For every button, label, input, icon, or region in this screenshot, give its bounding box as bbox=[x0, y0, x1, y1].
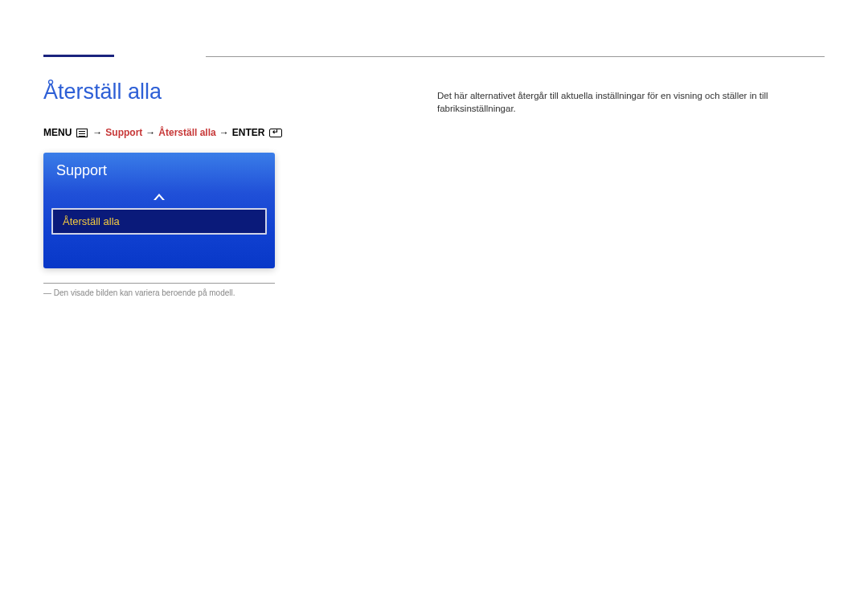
breadcrumb-enter-label: ENTER bbox=[232, 127, 265, 138]
menu-icon bbox=[76, 129, 88, 137]
footnote-divider bbox=[43, 283, 275, 284]
right-column: Det här alternativet återgår till aktuel… bbox=[437, 80, 825, 297]
left-column: Återställ alla MENU → Support → Återstäl… bbox=[43, 80, 437, 297]
panel-item-reset-all[interactable]: Återställ alla bbox=[51, 208, 267, 235]
breadcrumb-menu-label: MENU bbox=[43, 127, 72, 138]
page-container: Återställ alla MENU → Support → Återstäl… bbox=[0, 0, 868, 297]
breadcrumb-reset-all: Återställ alla bbox=[158, 127, 215, 138]
arrow-icon: → bbox=[92, 127, 102, 138]
arrow-icon: → bbox=[219, 127, 229, 138]
breadcrumb-support: Support bbox=[105, 127, 142, 138]
panel-item-container: Återställ alla bbox=[43, 208, 275, 243]
panel-header: Support bbox=[43, 153, 275, 186]
header-accent-bar bbox=[43, 55, 114, 57]
top-divider bbox=[206, 56, 825, 57]
description-text: Det här alternativet återgår till aktuel… bbox=[437, 89, 825, 115]
content-row: Återställ alla MENU → Support → Återstäl… bbox=[43, 80, 825, 297]
breadcrumb: MENU → Support → Återställ alla → ENTER bbox=[43, 127, 437, 138]
panel-bottom-spacer bbox=[43, 243, 275, 268]
support-panel: Support Återställ alla bbox=[43, 153, 275, 268]
chevron-up-icon bbox=[154, 194, 165, 200]
section-title: Återställ alla bbox=[43, 80, 437, 104]
arrow-icon: → bbox=[145, 127, 155, 138]
enter-icon bbox=[269, 129, 282, 137]
panel-scroll-up[interactable] bbox=[43, 186, 275, 208]
footnote-text: ― Den visade bilden kan variera beroende… bbox=[43, 288, 275, 297]
